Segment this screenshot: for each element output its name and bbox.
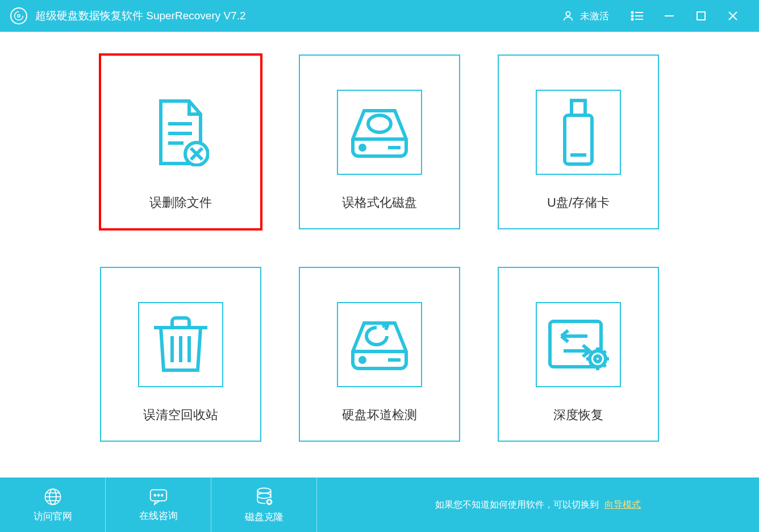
svg-rect-22 bbox=[572, 100, 585, 115]
card-label: 硬盘坏道检测 bbox=[342, 407, 417, 424]
svg-point-44 bbox=[257, 488, 270, 493]
card-grid: 误删除文件 误格式化磁盘 U bbox=[91, 55, 668, 442]
titlebar: 超级硬盘数据恢复软件 SuperRecovery V7.2 未激活 bbox=[0, 0, 759, 32]
svg-point-4 bbox=[632, 15, 633, 17]
svg-point-19 bbox=[368, 115, 391, 132]
card-label: U盘/存储卡 bbox=[547, 194, 610, 211]
card-bad-sector[interactable]: 硬盘坏道检测 bbox=[299, 267, 460, 442]
app-logo-icon bbox=[10, 7, 27, 24]
svg-rect-9 bbox=[697, 12, 705, 20]
footer-hint-text: 如果您不知道如何使用软件，可以切换到 bbox=[435, 499, 599, 511]
svg-point-1 bbox=[566, 12, 570, 16]
footer-online-chat[interactable]: 在线咨询 bbox=[106, 477, 211, 532]
card-label: 误删除文件 bbox=[149, 194, 212, 211]
footer-visit-site[interactable]: 访问官网 bbox=[0, 477, 106, 532]
card-usb-card[interactable]: U盘/存储卡 bbox=[498, 55, 659, 229]
card-deep-recovery[interactable]: 深度恢复 bbox=[498, 267, 659, 442]
footer-label: 磁盘克隆 bbox=[245, 510, 283, 523]
usb-icon bbox=[536, 90, 621, 175]
disk-clone-icon bbox=[255, 487, 274, 507]
footer-label: 访问官网 bbox=[34, 510, 72, 523]
card-label: 深度恢复 bbox=[553, 407, 603, 424]
svg-point-45 bbox=[257, 493, 270, 498]
card-label: 误清空回收站 bbox=[143, 407, 218, 424]
globe-icon bbox=[43, 487, 62, 506]
close-button[interactable] bbox=[717, 0, 749, 32]
footer: 访问官网 在线咨询 磁盘克隆 如果您不知道如何使用软件，可以切换 bbox=[0, 477, 759, 532]
footer-label: 在线咨询 bbox=[139, 509, 178, 522]
svg-rect-23 bbox=[565, 115, 592, 164]
hdd-bad-icon bbox=[337, 302, 422, 387]
chat-icon bbox=[148, 488, 169, 506]
activation-button[interactable]: 未激活 bbox=[562, 10, 609, 23]
card-deleted-files[interactable]: 误删除文件 bbox=[100, 55, 261, 229]
svg-point-0 bbox=[18, 15, 20, 18]
minimize-button[interactable] bbox=[653, 0, 685, 32]
card-label: 误格式化磁盘 bbox=[342, 194, 417, 211]
maximize-button[interactable] bbox=[685, 0, 717, 32]
main-content: 误删除文件 误格式化磁盘 U bbox=[0, 32, 759, 477]
disk-icon bbox=[337, 90, 422, 175]
svg-point-42 bbox=[157, 494, 159, 496]
card-formatted-disk[interactable]: 误格式化磁盘 bbox=[299, 55, 460, 229]
svg-point-30 bbox=[360, 358, 365, 362]
wizard-mode-link[interactable]: 向导模式 bbox=[604, 499, 641, 511]
user-icon bbox=[562, 10, 574, 22]
svg-point-20 bbox=[360, 145, 365, 150]
swap-gear-icon bbox=[536, 302, 621, 387]
svg-point-33 bbox=[590, 351, 606, 367]
trash-icon bbox=[138, 302, 223, 387]
menu-button[interactable] bbox=[622, 0, 653, 32]
svg-point-6 bbox=[632, 19, 633, 20]
file-delete-icon bbox=[138, 90, 223, 175]
svg-point-41 bbox=[154, 494, 156, 496]
svg-point-2 bbox=[632, 12, 633, 14]
app-title: 超级硬盘数据恢复软件 SuperRecovery V7.2 bbox=[35, 9, 246, 23]
footer-disk-clone[interactable]: 磁盘克隆 bbox=[211, 477, 317, 532]
card-recycle-bin[interactable]: 误清空回收站 bbox=[100, 267, 261, 442]
activation-label: 未激活 bbox=[580, 10, 609, 23]
footer-hint: 如果您不知道如何使用软件，可以切换到 向导模式 bbox=[317, 477, 759, 532]
svg-point-43 bbox=[161, 494, 162, 496]
